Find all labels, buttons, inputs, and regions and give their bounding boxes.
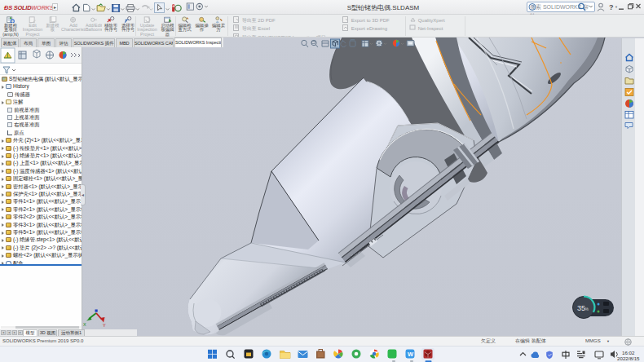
svg-text:16:02: 16:02 (622, 350, 635, 355)
svg-text:Y: Y (103, 323, 106, 328)
svg-text:W: W (408, 351, 414, 358)
svg-text:2022/8/15: 2022/8/15 (617, 355, 640, 361)
svg-text:▼: ▼ (615, 5, 618, 9)
svg-text:%: % (585, 307, 589, 311)
svg-text:?: ? (531, 4, 534, 10)
svg-text:35: 35 (577, 304, 585, 312)
svg-text:?: ? (609, 3, 614, 11)
svg-text:X: X (83, 322, 86, 327)
